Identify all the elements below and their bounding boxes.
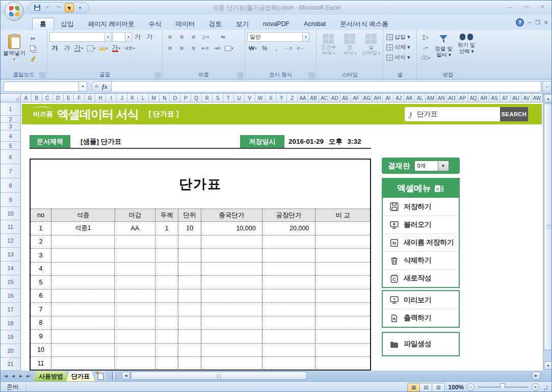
table-cell-r3-c7[interactable] [315,249,370,262]
menu-preview-button[interactable]: 미리보기 [383,291,459,309]
row-header-6[interactable]: 6 [1,150,21,164]
table-cell-r4-c3[interactable] [155,263,178,276]
row-header-8[interactable]: 8 [1,178,21,193]
cut-button[interactable]: ✂ [28,34,38,43]
table-cell-r1-c6[interactable]: 20,000 [262,222,316,235]
orientation-button[interactable]: ab▾ [200,32,211,42]
table-cell-r1-c3[interactable]: 1 [155,222,178,235]
table-cell-r10-c0[interactable]: 10 [31,344,51,357]
row-header-15[interactable]: 15 [1,275,21,289]
wrap-text-button[interactable]: ⇋ [218,32,228,42]
page-layout-view-button[interactable]: ▤ [420,383,432,391]
column-header-A[interactable]: A [21,94,32,102]
table-cell-r9-c0[interactable]: 9 [31,330,51,343]
table-cell-r3-c5[interactable] [201,249,262,262]
table-cell-r11-c3[interactable] [155,357,178,370]
table-cell-r9-c6[interactable] [262,330,316,343]
vertical-scroll-thumb[interactable] [544,103,552,350]
ribbon-tab-2[interactable]: 페이지 레이아웃 [81,18,142,30]
workbook-close-button[interactable]: ✕ [544,19,548,26]
table-cell-r7-c5[interactable] [201,303,262,316]
menu-new-doc-button[interactable]: C새로작성 [383,269,459,287]
row-header-13[interactable]: 13 [1,248,21,262]
table-cell-r5-c3[interactable] [155,276,178,289]
table-cell-r5-c6[interactable] [262,276,316,289]
copy-button[interactable] [28,44,38,54]
table-cell-r4-c0[interactable]: 4 [31,263,51,276]
table-cell-r2-c0[interactable]: 2 [31,236,51,249]
formula-input[interactable] [112,81,541,92]
ribbon-tab-1[interactable]: 삽입 [54,18,81,30]
row-header-5[interactable]: 5 [1,142,21,150]
row-header-17[interactable]: 17 [1,303,21,317]
format-painter-button[interactable] [28,54,38,64]
table-cell-r1-c0[interactable]: 1 [31,222,51,235]
column-header-AW[interactable]: AW [532,94,543,102]
workbook-minimize-button[interactable]: ─ [528,19,532,25]
maximize-button[interactable]: ▭ [519,3,533,11]
column-header-Q[interactable]: Q [191,94,202,102]
align-left-button[interactable]: ≡ [165,43,175,53]
font-size-combo[interactable]: ▾ [113,32,132,42]
table-cell-r3-c0[interactable]: 3 [31,249,51,262]
table-cell-r3-c1[interactable] [51,249,115,262]
column-header-P[interactable]: P [180,94,191,102]
resize-grip-icon[interactable] [542,384,548,390]
menu-folder-button[interactable]: 파일생성 [383,333,459,355]
ribbon-tab-7[interactable]: novaPDF [256,18,297,30]
column-header-W[interactable]: W [255,94,266,102]
column-header-V[interactable]: V [245,94,255,102]
column-header-Y[interactable]: Y [276,94,287,102]
table-cell-r9-c4[interactable] [178,330,201,343]
menu-save-as-button[interactable]: N새이름 저장하기 [383,233,459,251]
styles-button-2[interactable]: 셀스타일 ▾ [361,32,381,69]
fill-button[interactable]: ⤓▾ [419,43,432,53]
table-cell-r6-c7[interactable] [315,290,370,303]
phonetic-button[interactable]: 내천▾ [123,43,137,53]
clipboard-dialog-launcher[interactable]: ◳ [40,72,45,78]
table-cell-r9-c7[interactable] [315,330,370,343]
column-header-AL[interactable]: AL [415,94,426,102]
row-header-12[interactable]: 12 [1,234,21,248]
column-header-F[interactable]: F [74,94,85,102]
table-cell-r11-c1[interactable] [51,357,115,370]
minimize-button[interactable]: ─ [503,3,517,11]
zoom-out-button[interactable]: − [467,383,475,391]
shrink-font-button[interactable]: 가ˇ [145,32,155,42]
table-cell-r5-c4[interactable] [178,276,201,289]
percent-button[interactable]: % [259,43,270,53]
ribbon-tab-5[interactable]: 검토 [202,18,229,30]
approval-dropdown-icon[interactable]: ▼ [438,161,449,171]
scroll-up-button[interactable]: ▲ [544,94,552,102]
column-header-AU[interactable]: AU [511,94,521,102]
decrease-decimal-button[interactable]: .0→ [295,43,305,53]
table-cell-r8-c3[interactable] [155,317,178,330]
scroll-left-button[interactable]: ◀ [122,372,130,380]
table-cell-r4-c6[interactable] [262,263,316,276]
table-cell-r7-c2[interactable] [114,303,155,316]
table-cell-r11-c4[interactable] [178,357,201,370]
column-header-AR[interactable]: AR [479,94,489,102]
next-sheet-button[interactable]: ▶ [17,372,24,380]
column-header-B[interactable]: B [32,94,42,102]
row-header-2[interactable]: 2 [1,116,21,123]
increase-decimal-button[interactable]: ←.0 [283,43,294,53]
row-header-9[interactable]: 9 [1,193,21,207]
table-cell-r5-c1[interactable] [51,276,115,289]
insert-worksheet-tab[interactable] [93,371,108,381]
select-all-corner[interactable] [1,94,21,102]
column-header-K[interactable]: K [127,94,138,102]
close-button[interactable]: ✕ [535,3,549,11]
column-header-AB[interactable]: AB [308,94,319,102]
column-header-AK[interactable]: AK [404,94,415,102]
sort-filter-button[interactable]: 정렬 및필터 ▾ [433,32,455,69]
table-cell-r9-c5[interactable] [201,330,262,343]
bold-button[interactable]: 가 [49,43,60,53]
menu-load-button[interactable]: 불러오기 [383,216,459,233]
table-cell-r8-c6[interactable] [262,317,316,330]
table-cell-r2-c4[interactable] [178,236,201,249]
number-format-combo[interactable]: 일반▾ [247,32,309,42]
table-cell-r2-c7[interactable] [315,236,370,249]
cells-button-1[interactable]: 삭제▾ [385,42,411,52]
column-header-G[interactable]: G [85,94,95,102]
